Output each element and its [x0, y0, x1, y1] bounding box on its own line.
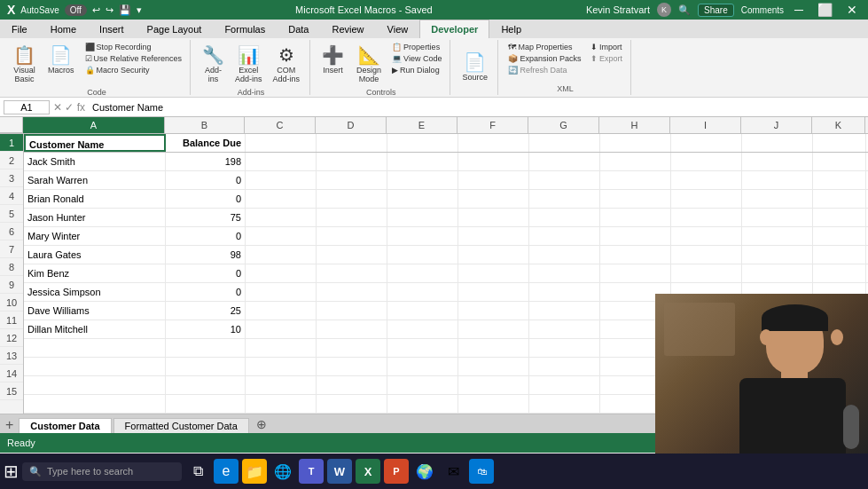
relative-ref-button[interactable]: ☑ Use Relative References — [82, 53, 185, 64]
expansion-packs-button[interactable]: 📦 Expansion Packs — [505, 53, 584, 64]
cell-g6[interactable] — [529, 227, 600, 245]
cell-c1[interactable] — [246, 134, 317, 152]
name-box[interactable] — [4, 100, 50, 114]
redo-icon[interactable]: ↪ — [106, 4, 113, 16]
taskbar-icon-chrome[interactable]: 🌐 — [270, 459, 295, 484]
cell-b2[interactable]: 198 — [166, 153, 246, 170]
cell-g9[interactable] — [529, 283, 600, 301]
col-header-a[interactable]: A — [23, 117, 165, 133]
cell-i1[interactable] — [671, 134, 742, 152]
col-header-k[interactable]: K — [812, 117, 865, 133]
cell-c14[interactable] — [246, 376, 317, 394]
cell-k7[interactable] — [813, 246, 866, 264]
taskbar-icon-excel[interactable]: X — [356, 459, 380, 484]
taskbar-icon-task-view[interactable]: ⧉ — [185, 459, 210, 484]
taskbar-icon-edge[interactable]: e — [214, 459, 239, 484]
source-button[interactable]: 📄 Source — [457, 49, 492, 84]
cell-c11[interactable] — [246, 320, 317, 338]
row-num-8[interactable]: 8 — [0, 258, 23, 276]
cell-a13[interactable] — [24, 358, 166, 375]
sheet-tab-customer-data[interactable]: Customer Data — [19, 418, 111, 433]
row-num-5[interactable]: 5 — [0, 205, 23, 223]
row-num-1[interactable]: 1 — [0, 134, 23, 152]
import-button[interactable]: ⬇ Import — [588, 42, 626, 52]
cell-h8[interactable] — [600, 264, 671, 282]
col-header-h[interactable]: H — [599, 117, 670, 133]
cell-j6[interactable] — [742, 227, 813, 245]
share-button[interactable]: Share — [698, 4, 734, 17]
view-code-button[interactable]: 💻 View Code — [389, 53, 444, 64]
cell-k3[interactable] — [813, 171, 866, 189]
row-num-10[interactable]: 10 — [0, 294, 23, 312]
cell-c8[interactable] — [246, 264, 317, 282]
cell-g10[interactable] — [529, 302, 600, 319]
cell-c5[interactable] — [246, 209, 317, 226]
cell-f9[interactable] — [458, 283, 529, 301]
row-num-3[interactable]: 3 — [0, 170, 23, 187]
col-header-c[interactable]: C — [245, 117, 316, 133]
cell-c4[interactable] — [246, 190, 317, 208]
cell-i5[interactable] — [671, 209, 742, 226]
col-header-f[interactable]: F — [457, 117, 528, 133]
cell-g3[interactable] — [529, 171, 600, 189]
cell-c10[interactable] — [246, 302, 317, 319]
cell-a6[interactable]: Mary Winter — [24, 227, 166, 245]
cell-d4[interactable] — [317, 190, 387, 208]
cell-e6[interactable] — [387, 227, 458, 245]
cell-e1[interactable] — [387, 134, 458, 152]
taskbar-icon-word[interactable]: W — [327, 459, 352, 484]
cell-j4[interactable] — [742, 190, 813, 208]
cell-e14[interactable] — [387, 376, 458, 394]
excel-addins-button[interactable]: 📊 ExcelAdd-ins — [231, 42, 267, 86]
cell-f15[interactable] — [458, 395, 529, 413]
add-sheet-button[interactable]: + — [0, 417, 19, 433]
row-num-4[interactable]: 4 — [0, 187, 23, 205]
cell-e4[interactable] — [387, 190, 458, 208]
col-header-g[interactable]: G — [528, 117, 599, 133]
sheet-tab-formatted[interactable]: Formatted Customer Data — [113, 418, 249, 433]
cell-a12[interactable] — [24, 339, 166, 357]
cell-c7[interactable] — [246, 246, 317, 264]
cell-b11[interactable]: 10 — [166, 320, 246, 338]
cell-a1[interactable]: Customer Name — [24, 134, 166, 152]
search-icon[interactable]: 🔍 — [678, 4, 691, 16]
cell-b4[interactable]: 0 — [166, 190, 246, 208]
cell-b12[interactable] — [166, 339, 246, 357]
cell-f5[interactable] — [458, 209, 529, 226]
visual-basic-button[interactable]: 📋 VisualBasic — [9, 42, 40, 86]
cell-i2[interactable] — [671, 153, 742, 170]
cell-a4[interactable]: Brian Ronald — [24, 190, 166, 208]
cell-a14[interactable] — [24, 376, 166, 394]
cell-b8[interactable]: 0 — [166, 264, 246, 282]
cell-b3[interactable]: 0 — [166, 171, 246, 189]
cell-e3[interactable] — [387, 171, 458, 189]
cell-k4[interactable] — [813, 190, 866, 208]
cell-i4[interactable] — [671, 190, 742, 208]
cell-j1[interactable] — [742, 134, 813, 152]
cell-a15[interactable] — [24, 395, 166, 413]
cell-g8[interactable] — [529, 264, 600, 282]
cell-c9[interactable] — [246, 283, 317, 301]
cell-g12[interactable] — [529, 339, 600, 357]
taskbar-icon-browser2[interactable]: 🌍 — [412, 459, 437, 484]
cell-g5[interactable] — [529, 209, 600, 226]
cell-g4[interactable] — [529, 190, 600, 208]
cell-b9[interactable]: 0 — [166, 283, 246, 301]
cell-f7[interactable] — [458, 246, 529, 264]
cell-f6[interactable] — [458, 227, 529, 245]
cell-k5[interactable] — [813, 209, 866, 226]
cell-b15[interactable] — [166, 395, 246, 413]
cell-i6[interactable] — [671, 227, 742, 245]
tab-formulas[interactable]: Formulas — [213, 20, 277, 38]
cell-e15[interactable] — [387, 395, 458, 413]
row-num-14[interactable]: 14 — [0, 365, 23, 383]
cell-j3[interactable] — [742, 171, 813, 189]
cell-h1[interactable] — [600, 134, 671, 152]
taskbar-search[interactable]: 🔍 Type here to search — [22, 462, 182, 481]
cell-j5[interactable] — [742, 209, 813, 226]
cell-f1[interactable] — [458, 134, 529, 152]
row-num-11[interactable]: 11 — [0, 312, 23, 329]
addins-button[interactable]: 🔧 Add-ins — [198, 42, 229, 86]
cell-g13[interactable] — [529, 358, 600, 375]
cell-h5[interactable] — [600, 209, 671, 226]
